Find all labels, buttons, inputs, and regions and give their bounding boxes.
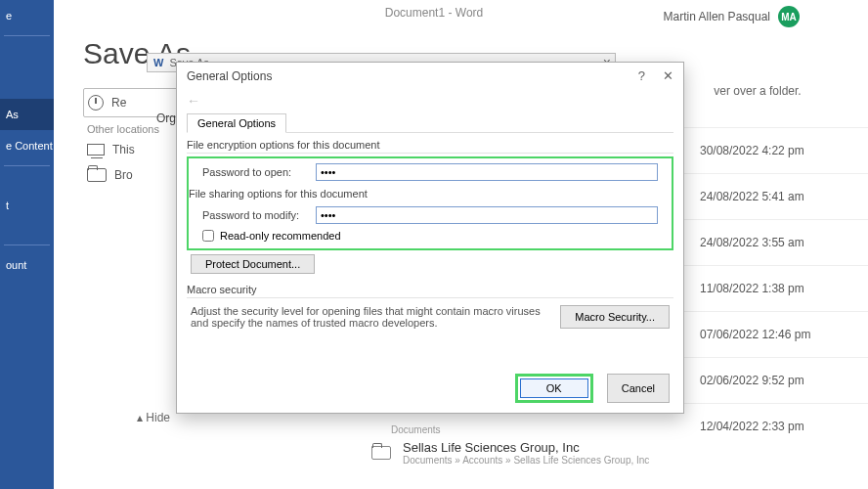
- list-item[interactable]: 07/06/2022 12:46 pm: [673, 311, 868, 357]
- nav-item[interactable]: [0, 221, 54, 241]
- list-item[interactable]: 02/06/2022 9:52 pm: [673, 357, 868, 403]
- nav-item[interactable]: [0, 170, 54, 190]
- folder-path-above: Documents: [391, 424, 441, 435]
- macro-security-button[interactable]: Macro Security...: [560, 305, 670, 329]
- password-highlight: Password to open: File sharing options f…: [187, 156, 673, 250]
- recent-label: Re: [111, 96, 126, 110]
- tab-general-options[interactable]: General Options: [187, 113, 286, 133]
- clock-icon: [88, 95, 104, 111]
- protect-document-button[interactable]: Protect Document...: [191, 254, 315, 274]
- nav-item[interactable]: t: [0, 190, 54, 221]
- folder-icon: [371, 446, 391, 460]
- folder-row[interactable]: Sellas Life Sciences Group, Inc Document…: [371, 440, 649, 466]
- nav-item[interactable]: [0, 281, 54, 300]
- nav-item[interactable]: ount: [0, 249, 54, 281]
- help-icon[interactable]: ?: [638, 68, 645, 83]
- password-open-input[interactable]: [316, 163, 658, 181]
- general-options-dialog: General Options ? ✕ ← General Options Fi…: [176, 62, 684, 414]
- nav-item[interactable]: [0, 79, 54, 99]
- ok-highlight: OK: [515, 374, 593, 403]
- pc-icon: [87, 144, 105, 156]
- readonly-checkbox[interactable]: [202, 230, 214, 242]
- nav-item-save-as[interactable]: As: [0, 99, 54, 130]
- list-item[interactable]: 30/08/2022 4:22 pm: [673, 127, 868, 173]
- password-modify-label: Password to modify:: [202, 209, 310, 221]
- list-item[interactable]: 12/04/2022 2:33 pm: [673, 403, 868, 449]
- avatar[interactable]: MA: [778, 6, 800, 27]
- word-icon: W: [153, 57, 163, 68]
- readonly-label: Read-only recommended: [220, 230, 341, 242]
- list-item[interactable]: 11/08/2022 1:38 pm: [673, 265, 868, 311]
- folder-icon: [87, 168, 107, 182]
- folder-name: Sellas Life Sciences Group, Inc: [403, 440, 649, 455]
- this-pc-label: This: [112, 143, 135, 156]
- macro-group-label: Macro security: [187, 284, 673, 298]
- back-icon[interactable]: ←: [177, 89, 683, 112]
- macro-description: Adjust the security level for opening fi…: [191, 305, 550, 329]
- backstage-nav: e As e Content t ount: [0, 0, 54, 489]
- nav-item[interactable]: e Content: [0, 130, 54, 161]
- close-icon[interactable]: ✕: [663, 68, 673, 83]
- nav-item[interactable]: [0, 40, 54, 60]
- user-name: Martin Allen Pasqual: [664, 10, 770, 23]
- nav-item[interactable]: [0, 60, 54, 79]
- nav-item[interactable]: e: [0, 0, 54, 31]
- user-area[interactable]: Martin Allen Pasqual MA: [664, 6, 800, 27]
- encryption-group-label: File encryption options for this documen…: [187, 139, 673, 154]
- password-open-label: Password to open:: [202, 166, 310, 178]
- dialog-title: General Options: [187, 69, 272, 83]
- browse-label: Bro: [114, 168, 133, 182]
- list-item[interactable]: 24/08/2022 5:41 am: [673, 173, 868, 219]
- recent-list: ver over a folder. 30/08/2022 4:22 pm 24…: [673, 84, 868, 449]
- folder-path: Documents » Accounts » Sellas Life Scien…: [403, 455, 649, 466]
- hide-pane-toggle[interactable]: ▴ Hide: [137, 411, 170, 424]
- cancel-button[interactable]: Cancel: [607, 374, 670, 403]
- password-modify-input[interactable]: [316, 206, 658, 224]
- list-item[interactable]: 24/08/2022 3:55 am: [673, 219, 868, 265]
- ok-button[interactable]: OK: [520, 378, 588, 398]
- sharing-group-label: File sharing options for this document: [189, 188, 672, 201]
